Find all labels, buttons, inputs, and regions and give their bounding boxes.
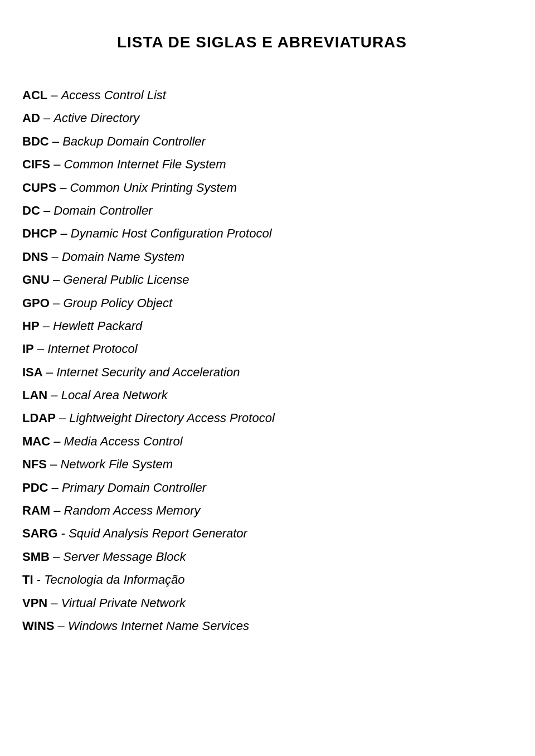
acronym-abbreviation: CUPS [22,181,56,195]
acronym-separator: – [48,481,61,495]
acronym-abbreviation: CIFS [22,157,50,171]
page-title: LISTA DE SIGLAS E ABREVIATURAS [22,33,502,51]
acronym-separator: – [47,88,61,102]
acronym-separator: – [50,503,64,517]
acronym-abbreviation: PDC [22,481,48,495]
acronym-full-name: General Public License [63,273,189,287]
acronym-abbreviation: LDAP [22,411,56,425]
acronym-abbreviation: DHCP [22,226,57,240]
acronym-full-name: Domain Name System [62,250,184,264]
list-item: DC – Domain Controller [22,200,502,221]
acronym-separator: – [56,181,70,195]
acronym-full-name: Server Message Block [63,550,186,564]
list-item: MAC – Media Access Control [22,431,502,452]
list-item: AD – Active Directory [22,108,502,128]
acronym-full-name: Network File System [60,457,173,471]
acronym-separator: – [50,157,64,171]
acronym-abbreviation: VPN [22,596,47,610]
acronym-separator: – [47,388,61,402]
acronym-full-name: Dynamic Host Configuration Protocol [71,226,272,240]
acronym-full-name: Windows Internet Name Services [68,619,249,633]
acronym-abbreviation: SMB [22,550,50,564]
list-item: LAN – Local Area Network [22,385,502,405]
acronym-separator: – [56,411,69,425]
acronym-abbreviation: HP [22,319,40,333]
list-item: VPN – Virtual Private Network [22,593,502,613]
list-item: WINS – Windows Internet Name Services [22,616,502,636]
acronym-abbreviation: IP [22,342,34,356]
list-item: PDC – Primary Domain Controller [22,477,502,498]
acronym-separator: – [50,273,63,287]
acronym-separator: – [47,596,61,610]
acronym-separator: – [57,226,70,240]
acronym-abbreviation: SARG [22,526,58,540]
acronym-abbreviation: ISA [22,365,43,379]
acronym-full-name: Internet Security and Acceleration [56,365,240,379]
acronym-full-name: Primary Domain Controller [62,481,206,495]
acronym-separator: – [54,619,67,633]
acronym-separator: – [43,365,56,379]
acronym-full-name: Lightweight Directory Access Protocol [69,411,274,425]
list-item: ACL – Access Control List [22,85,502,105]
acronym-separator: – [50,434,64,448]
acronym-list: ACL – Access Control ListAD – Active Dir… [22,85,502,636]
list-item: HP – Hewlett Packard [22,316,502,336]
list-item: SARG - Squid Analysis Report Generator [22,523,502,544]
acronym-separator: – [34,342,47,356]
acronym-abbreviation: WINS [22,619,54,633]
list-item: CUPS – Common Unix Printing System [22,177,502,198]
list-item: SMB – Server Message Block [22,546,502,567]
acronym-full-name: Media Access Control [64,434,183,448]
list-item: GPO – Group Policy Object [22,293,502,313]
acronym-abbreviation: RAM [22,503,50,517]
acronym-abbreviation: DC [22,203,40,217]
list-item: DNS – Domain Name System [22,246,502,267]
acronym-separator: – [40,319,53,333]
list-item: BDC – Backup Domain Controller [22,131,502,152]
list-item: DHCP – Dynamic Host Configuration Protoc… [22,223,502,244]
acronym-abbreviation: LAN [22,388,47,402]
acronym-separator: – [50,550,63,564]
acronym-separator: – [49,134,62,148]
list-item: GNU – General Public License [22,269,502,290]
acronym-separator: – [48,250,61,264]
acronym-full-name: Active Directory [54,111,139,125]
acronym-separator: - [58,526,69,540]
acronym-full-name: Tecnologia da Informação [44,573,184,587]
list-item: RAM – Random Access Memory [22,500,502,521]
acronym-abbreviation: MAC [22,434,50,448]
acronym-full-name: Internet Protocol [47,342,137,356]
acronym-full-name: Local Area Network [61,388,168,402]
acronym-full-name: Random Access Memory [64,503,201,517]
acronym-full-name: Common Unix Printing System [70,181,237,195]
acronym-separator: - [33,573,45,587]
acronym-abbreviation: DNS [22,250,48,264]
acronym-abbreviation: ACL [22,88,47,102]
list-item: TI - Tecnologia da Informação [22,569,502,590]
acronym-abbreviation: AD [22,111,40,125]
acronym-abbreviation: GNU [22,273,50,287]
acronym-full-name: Hewlett Packard [53,319,142,333]
list-item: IP – Internet Protocol [22,338,502,359]
acronym-abbreviation: BDC [22,134,49,148]
acronym-abbreviation: NFS [22,457,47,471]
acronym-separator: – [40,203,54,217]
acronym-separator: – [50,296,63,310]
acronym-full-name: Group Policy Object [63,296,172,310]
acronym-full-name: Access Control List [61,88,166,102]
acronym-full-name: Domain Controller [54,203,152,217]
acronym-full-name: Squid Analysis Report Generator [69,526,247,540]
acronym-full-name: Backup Domain Controller [62,134,206,148]
list-item: NFS – Network File System [22,454,502,474]
list-item: ISA – Internet Security and Acceleration [22,362,502,382]
acronym-abbreviation: GPO [22,296,50,310]
acronym-abbreviation: TI [22,573,33,587]
acronym-full-name: Common Internet File System [64,157,226,171]
acronym-separator: – [40,111,54,125]
list-item: CIFS – Common Internet File System [22,154,502,175]
acronym-full-name: Virtual Private Network [61,596,186,610]
list-item: LDAP – Lightweight Directory Access Prot… [22,408,502,428]
acronym-separator: – [47,457,60,471]
